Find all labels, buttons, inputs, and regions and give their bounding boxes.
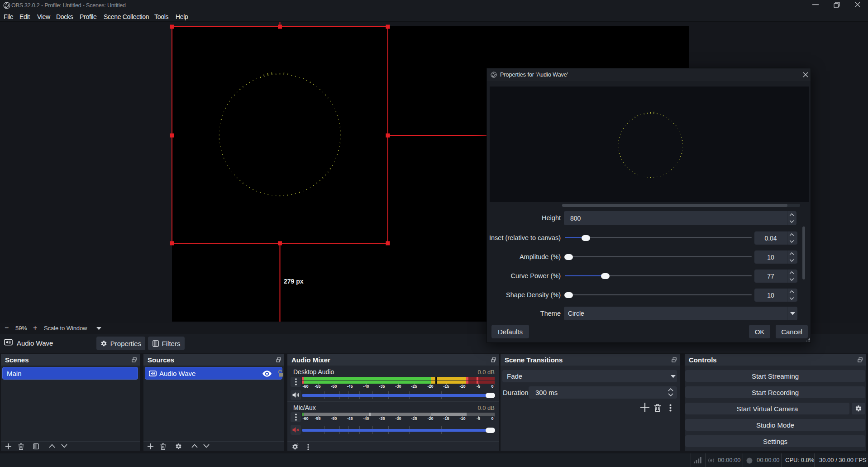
svg-text:279 px: 279 px <box>284 278 304 285</box>
